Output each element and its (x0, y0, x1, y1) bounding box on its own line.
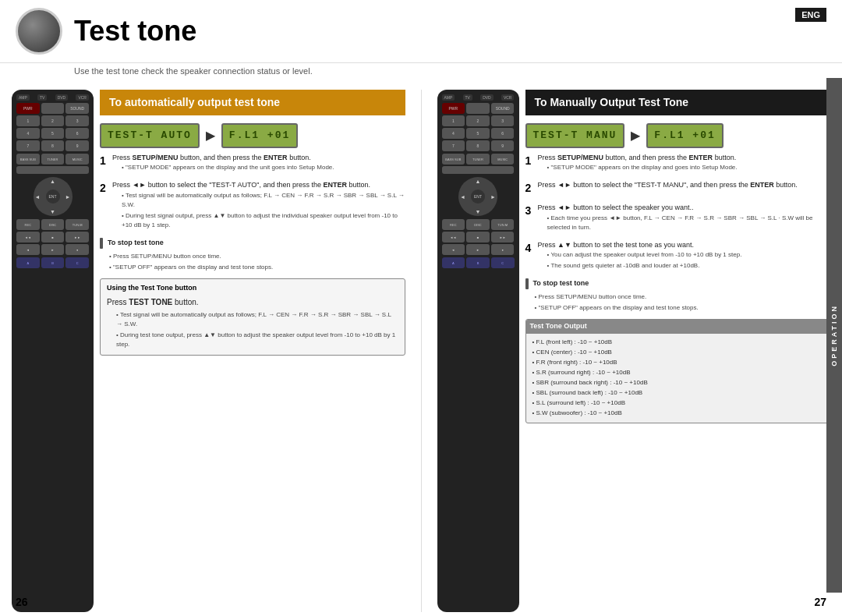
rbtn4r[interactable]: 2 (466, 115, 490, 126)
lcd-manual-2: F.L1 +01 (646, 123, 723, 148)
arrow-right-right: ▶ (631, 126, 640, 145)
rbtn3r[interactable]: 1 (442, 115, 465, 126)
rbtn6[interactable]: 4 (16, 128, 40, 139)
rbtn5r[interactable]: 3 (491, 115, 515, 126)
remote-grid-bot: REC DISC TUN.M ◄◄ ■ ►► ◄ ► ● (16, 219, 89, 255)
rbtn11r[interactable]: 9 (491, 140, 515, 151)
rbot1r[interactable]: REC (442, 219, 465, 230)
rbtn4[interactable]: 2 (41, 115, 65, 126)
rbot-c[interactable]: C (65, 257, 89, 268)
rbot9r[interactable]: ● (491, 244, 515, 255)
music-btn-r[interactable]: MUSIC (491, 154, 515, 165)
rbtn2[interactable]: SOUND (65, 103, 89, 114)
lcd-auto-2: F.L1 +01 (221, 123, 298, 148)
rbtn1r[interactable] (466, 103, 490, 114)
dpad-right[interactable]: ► (65, 194, 71, 200)
rbot7[interactable]: ◄ (16, 244, 40, 255)
right-display-row: TEST-T MANU ▶ F.L1 +01 (525, 123, 831, 148)
right-instructions: To Manually Output Test Tone TEST-T MANU… (525, 90, 831, 612)
rbtn1[interactable] (41, 103, 65, 114)
left-display-row: TEST-T AUTO ▶ F.L1 +01 (100, 123, 405, 148)
power-btn[interactable]: PWR (16, 103, 40, 114)
rbtn9[interactable]: 7 (16, 140, 40, 151)
remote-bottom-btns: A B C (16, 257, 89, 268)
tone-item-0: F.L (front left) : -10 ~ +10dB (532, 338, 824, 347)
remote-grid-top: PWR SOUND 1 2 3 4 5 6 7 8 9 (16, 103, 89, 151)
bass-btn[interactable]: BASS SUB (16, 154, 40, 165)
vol-mute-row[interactable] (16, 166, 89, 174)
using-test-tone-box: Using the Test Tone button Press TEST TO… (100, 278, 405, 356)
remote-grid-top-r: PWR SOUND 1 2 3 4 5 6 7 8 9 (442, 103, 515, 151)
rbot-ar[interactable]: A (442, 257, 465, 268)
dpad: ▲ ▼ ◄ ► ENT (34, 177, 73, 216)
rbot3r[interactable]: TUN.M (491, 219, 515, 230)
rbot2[interactable]: DISC (41, 219, 65, 230)
rbot9[interactable]: ● (65, 244, 89, 255)
rbot-a[interactable]: A (16, 257, 40, 268)
page-title: Test tone (74, 15, 196, 48)
power-btn-r[interactable]: PWR (442, 103, 465, 114)
dpad-down[interactable]: ▼ (50, 209, 55, 214)
rbtn8r[interactable]: 6 (491, 128, 515, 139)
rbot6[interactable]: ►► (65, 232, 89, 243)
using-bullet-2: During test tone output, press ▲▼ button… (116, 331, 398, 349)
rbtn7r[interactable]: 5 (466, 128, 490, 139)
rbot3[interactable]: TUN.M (65, 219, 89, 230)
page-right: 27 (814, 596, 826, 608)
enter-btn-r[interactable]: ENT (471, 189, 485, 204)
page-header: Test tone ENG (0, 0, 842, 63)
tone-item-3: S.R (surround right) : -10 ~ +10dB (532, 368, 824, 377)
rbot-b[interactable]: B (41, 257, 65, 268)
rbot4r[interactable]: ◄◄ (442, 232, 465, 243)
rbtn7[interactable]: 5 (41, 128, 65, 139)
rbtn9r[interactable]: 7 (442, 140, 465, 151)
stop-title-right: To stop test tone (525, 278, 831, 289)
remote-bottom-btns-r: A B C (442, 257, 515, 268)
vol-mute-row-r[interactable] (442, 166, 515, 174)
operation-sidebar: OPERATION (826, 78, 842, 593)
rbot5r[interactable]: ■ (466, 232, 490, 243)
step-2-right: 2 Press ◄► button to select the "TEST-T … (525, 180, 831, 196)
enter-btn[interactable]: ENT (46, 189, 60, 204)
rbot8[interactable]: ► (41, 244, 65, 255)
tuner-btn[interactable]: TUNER (41, 154, 65, 165)
using-bullet-1: Test signal will be automatically output… (116, 310, 398, 329)
stop-bullet-2-left: "SETUP OFF" appears on the display and t… (109, 263, 405, 272)
rbot7r[interactable]: ◄ (442, 244, 465, 255)
dpad-up-r[interactable]: ▲ (476, 179, 481, 184)
rbot2r[interactable]: DISC (466, 219, 490, 230)
lcd-auto-1: TEST-T AUTO (100, 123, 200, 148)
subtitle: Use the test tone check the speaker conn… (0, 63, 842, 82)
rbot8r[interactable]: ► (466, 244, 490, 255)
dpad-left-r[interactable]: ◄ (460, 194, 465, 200)
rbtn5[interactable]: 3 (65, 115, 89, 126)
bass-btn-r[interactable]: BASS SUB (442, 154, 465, 165)
rbtn6r[interactable]: 4 (442, 128, 465, 139)
lcd-manual-1: TEST-T MANU (525, 123, 625, 148)
rbot5[interactable]: ■ (41, 232, 65, 243)
remote-left: AMP TV DVD VCR PWR SOUND 1 2 3 4 5 6 7 8… (12, 90, 94, 612)
rbot-cr[interactable]: C (491, 257, 515, 268)
rbtn10[interactable]: 8 (41, 140, 65, 151)
using-test-tone-title: Using the Test Tone button (107, 283, 398, 294)
tuner-btn-r[interactable]: TUNER (466, 154, 490, 165)
dpad-left[interactable]: ◄ (35, 194, 41, 200)
main-content: AMP TV DVD VCR PWR SOUND 1 2 3 4 5 6 7 8… (0, 82, 842, 616)
music-btn[interactable]: MUSIC (65, 154, 89, 165)
rbot-br[interactable]: B (466, 257, 490, 268)
rbot6r[interactable]: ►► (491, 232, 515, 243)
dpad-down-r[interactable]: ▼ (476, 209, 481, 214)
remote-grid-mid-r: BASS SUB TUNER MUSIC (442, 154, 515, 174)
rbtn2r[interactable]: SOUND (491, 103, 515, 114)
rbtn8[interactable]: 6 (65, 128, 89, 139)
dpad-circle: ▲ ▼ ◄ ► ENT (34, 177, 73, 216)
rbtn11[interactable]: 9 (65, 140, 89, 151)
rbot1[interactable]: REC (16, 219, 40, 230)
dpad-up[interactable]: ▲ (50, 179, 55, 184)
rbtn3[interactable]: 1 (16, 115, 40, 126)
tone-item-2: F.R (front right) : -10 ~ +10dB (532, 358, 824, 367)
dpad-right-r[interactable]: ► (490, 194, 496, 200)
rbot4[interactable]: ◄◄ (16, 232, 40, 243)
press-test-tone: Press TEST TONE button. (107, 296, 398, 308)
rbtn10r[interactable]: 8 (466, 140, 490, 151)
